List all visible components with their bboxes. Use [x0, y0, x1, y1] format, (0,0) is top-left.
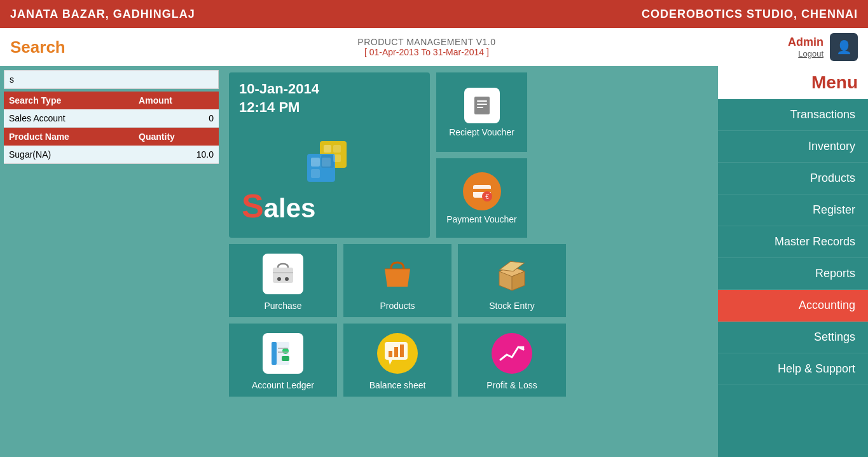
- receipt-label: Reciept Voucher: [449, 127, 514, 137]
- search-title: Search: [10, 38, 65, 57]
- svg-rect-11: [477, 104, 487, 105]
- profit-icon: [458, 330, 566, 376]
- sales-date: 10-Jan-2014: [239, 80, 319, 99]
- right-small-tiles: Reciept Voucher € Payment Voucher: [436, 72, 527, 238]
- sidebar-item-register[interactable]: Register: [718, 194, 868, 226]
- stock-entry-tile[interactable]: Stock Entry: [458, 244, 566, 317]
- company-name: CODEROBOTICS STUDIO, CHENNAI: [642, 8, 858, 21]
- sidebar-item-help-support[interactable]: Help & Support: [718, 353, 868, 385]
- balance-sheet-tile[interactable]: Balance sheet: [343, 324, 451, 397]
- quantity-label: Quantity: [134, 128, 219, 146]
- date-range: [ 01-Apr-2013 To 31-Mar-2014 ]: [357, 47, 495, 57]
- menu-header: Menu: [718, 66, 868, 99]
- svg-rect-5: [311, 169, 320, 178]
- search-data-row-1[interactable]: Sales Account 0: [4, 109, 219, 128]
- tiles-row-3: Account Ledger: [229, 324, 712, 397]
- sales-label: Sales: [242, 187, 315, 225]
- svg-text:€: €: [485, 193, 489, 200]
- center-content: 10-Jan-2014 12:14 PM: [223, 66, 718, 457]
- sales-account-value: 0: [134, 109, 219, 128]
- svg-rect-28: [282, 356, 289, 361]
- admin-name: Admin: [788, 36, 823, 49]
- products-tile[interactable]: Products: [343, 244, 451, 317]
- purchase-tile[interactable]: Purchase: [229, 244, 337, 317]
- svg-marker-32: [389, 360, 392, 365]
- search-panel: Search Type Amount Sales Account 0 Produ…: [0, 66, 223, 457]
- sales-s: S: [242, 188, 264, 224]
- sidebar-item-products[interactable]: Products: [718, 163, 868, 194]
- app-header: JANATA BAZAR, GADHINGLAJ CODEROBOTICS ST…: [0, 0, 868, 28]
- products-label: Products: [380, 301, 415, 311]
- sidebar-item-master-records[interactable]: Master Records: [718, 226, 868, 258]
- center-info: PRODUCT MANAGEMENT V1.0 [ 01-Apr-2013 To…: [357, 37, 495, 57]
- ledger-label: Account Ledger: [252, 380, 314, 390]
- app-title: PRODUCT MANAGEMENT V1.0: [357, 37, 495, 47]
- avatar: 👤: [830, 33, 858, 61]
- payment-label: Payment Voucher: [446, 214, 517, 224]
- svg-rect-33: [389, 351, 392, 357]
- sales-rest: ales: [264, 193, 316, 223]
- balance-icon: [343, 330, 451, 376]
- search-data-header-2: Product Name Quantity: [4, 128, 219, 146]
- svg-rect-26: [272, 342, 277, 365]
- stock-icon: [458, 250, 566, 297]
- search-table: Search Type Amount Sales Account 0 Produ…: [4, 92, 219, 164]
- store-name: JANATA BAZAR, GADHINGLAJ: [10, 8, 195, 21]
- payment-voucher-tile[interactable]: € Payment Voucher: [436, 158, 527, 238]
- profit-loss-tile[interactable]: Profit & Loss: [458, 324, 566, 397]
- svg-rect-35: [400, 344, 404, 357]
- sidebar: Menu Transactions Inventory Products Reg…: [718, 66, 868, 457]
- svg-rect-34: [394, 347, 398, 357]
- tiles-row-2: Purchase Products: [229, 244, 712, 317]
- account-ledger-tile[interactable]: Account Ledger: [229, 324, 337, 397]
- sales-datetime: 10-Jan-2014 12:14 PM: [239, 80, 319, 116]
- product-name-label: Product Name: [4, 128, 134, 146]
- purchase-label: Purchase: [264, 301, 301, 311]
- admin-text: Admin Logout: [788, 36, 823, 58]
- products-icon: [343, 250, 451, 297]
- balance-label: Balance sheet: [369, 380, 426, 390]
- svg-rect-9: [474, 97, 490, 114]
- admin-section: Admin Logout 👤: [788, 33, 858, 61]
- sales-account-label: Sales Account: [4, 109, 134, 128]
- svg-rect-4: [322, 158, 331, 167]
- stock-entry-label: Stock Entry: [489, 301, 535, 311]
- svg-rect-6: [324, 145, 331, 153]
- ledger-icon: [229, 330, 337, 376]
- svg-rect-12: [477, 107, 483, 108]
- receipt-voucher-tile[interactable]: Reciept Voucher: [436, 72, 527, 152]
- search-header-row: Search Type Amount: [4, 92, 219, 109]
- col-amount: Amount: [134, 92, 219, 109]
- payment-icon: €: [463, 172, 501, 210]
- profit-label: Profit & Loss: [486, 380, 537, 390]
- search-input[interactable]: [4, 70, 219, 89]
- svg-point-18: [277, 277, 281, 281]
- tiles-row-1: 10-Jan-2014 12:14 PM: [229, 72, 712, 238]
- sidebar-item-reports[interactable]: Reports: [718, 258, 868, 290]
- sugar-value: 10.0: [134, 146, 219, 164]
- main-layout: Search Type Amount Sales Account 0 Produ…: [0, 66, 868, 457]
- purchase-icon: [229, 250, 337, 297]
- sidebar-item-settings[interactable]: Settings: [718, 322, 868, 353]
- svg-point-19: [285, 277, 289, 281]
- sugar-label: Sugar(NA): [4, 146, 134, 164]
- svg-rect-10: [477, 100, 487, 102]
- sub-header: Search PRODUCT MANAGEMENT V1.0 [ 01-Apr-…: [0, 28, 868, 66]
- receipt-icon: [464, 88, 500, 123]
- svg-rect-8: [333, 154, 341, 162]
- search-data-row-2[interactable]: Sugar(NA) 10.0: [4, 146, 219, 164]
- col-search-type: Search Type: [4, 92, 134, 109]
- svg-rect-17: [273, 268, 293, 283]
- svg-rect-7: [333, 145, 341, 153]
- sales-time: 12:14 PM: [239, 99, 319, 117]
- sidebar-item-transactions[interactable]: Transactions: [718, 99, 868, 131]
- sidebar-item-inventory[interactable]: Inventory: [718, 131, 868, 163]
- search-section: Search: [10, 38, 65, 57]
- logout-link[interactable]: Logout: [788, 49, 823, 58]
- sales-tile[interactable]: 10-Jan-2014 12:14 PM: [229, 72, 430, 238]
- svg-rect-3: [311, 158, 320, 167]
- sidebar-item-accounting[interactable]: Accounting: [718, 290, 868, 322]
